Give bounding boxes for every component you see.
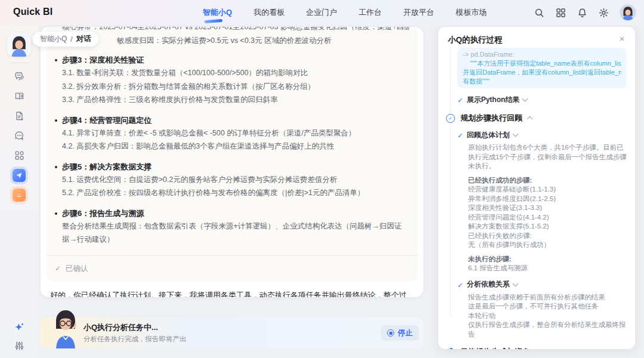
check-icon bbox=[457, 279, 463, 290]
bullet-icon bbox=[55, 166, 57, 168]
book-icon bbox=[14, 91, 24, 101]
code-line: """本方法用于获得指定table_name表所有column_list列的 bbox=[463, 59, 621, 68]
plan-summary: 原始执行计划包含6个大类，共16个子步骤。目前已执行完成15个子步骤，仅剩余最后… bbox=[468, 143, 627, 171]
step-title: 步骤6：报告生成与溯源 bbox=[55, 207, 409, 220]
nav-item-open-platform[interactable]: 开放平台 bbox=[403, 7, 434, 18]
code-line: -> pd.DataFrame: bbox=[463, 50, 621, 59]
nav-icon-group bbox=[534, 0, 636, 25]
overall-plan-detail: 原始执行计划包含6个大类，共16个子步骤。目前已执行完成15个子步骤，仅剩余最后… bbox=[468, 143, 627, 273]
check-circle-icon bbox=[446, 114, 455, 123]
quick-bi-app: Quick BI 智能小Q 我的看板 企业门户 工作台 开放平台 模板市场 bbox=[0, 0, 644, 358]
section-final-report[interactable]: 最终报告生成与润色 bbox=[446, 347, 627, 349]
execution-process-panel: 小Q的执行过程 -> pd.DataFrame: """本方法用于获得指定tab… bbox=[438, 27, 635, 349]
user-avatar[interactable] bbox=[620, 5, 636, 20]
python-result-toggle[interactable]: 展示Python结果 bbox=[457, 94, 627, 105]
plan-divider bbox=[47, 255, 417, 256]
panel-title: 小Q的执行过程 bbox=[438, 27, 635, 48]
stop-icon bbox=[387, 329, 394, 337]
assistant-message-card: 核心异常：2025-07-04至2025-07-07 vs 2025-07-01… bbox=[41, 27, 423, 297]
sidebar-item-chat[interactable] bbox=[9, 67, 29, 87]
assistant-followup-text: 好的，你已经确认了执行计划。接下来，我将调用各类工具，动态执行各项任务并输出最终… bbox=[41, 282, 423, 298]
sidebar-item-report[interactable] bbox=[9, 106, 29, 126]
plan-step: 步骤6：报告生成与溯源 整合分析结果生成周报：包含数据索引表（字段来源+计算逻辑… bbox=[55, 207, 409, 246]
step-item: 3.2. 拆分效率分析：拆分箱数与结算金额的相关系数计算（按厂区名称分组） bbox=[55, 80, 409, 94]
overall-plan-toggle[interactable]: 回顾总体计划 bbox=[457, 129, 627, 140]
dependency-toggle[interactable]: 分析依赖关系 bbox=[457, 279, 627, 290]
dependency-line: 这是最后一个步骤，不可并行执行其他任务 bbox=[468, 302, 627, 311]
breadcrumb-root[interactable]: 智能小Q bbox=[40, 34, 67, 44]
check-icon bbox=[457, 94, 463, 105]
stop-button[interactable]: 停止 bbox=[381, 325, 419, 341]
gear-icon[interactable] bbox=[599, 8, 609, 18]
task-status-banner: 小Q执行分析任务中... 分析任务执行完成，报告即将产出 停止 bbox=[41, 317, 423, 348]
assistant-avatar-tile[interactable] bbox=[7, 33, 31, 57]
pending-header: 未执行的步骤: bbox=[468, 255, 627, 264]
success-header: 已经执行成功的步骤: bbox=[468, 176, 627, 186]
spinner-icon bbox=[444, 345, 457, 349]
assistant-character-avatar bbox=[49, 305, 82, 348]
rail-bottom-group bbox=[14, 322, 24, 358]
plan-step: 步骤4：经营管理问题定位 4.1. 异常订单筛查：价差< -5 或影响总金额< … bbox=[55, 114, 409, 153]
nav-item-template-market[interactable]: 模板市场 bbox=[456, 7, 487, 18]
apps-launcher-icon[interactable] bbox=[556, 8, 566, 18]
nav-item-enterprise-portal[interactable]: 企业门户 bbox=[306, 7, 337, 18]
quickbi-logo: Quick BI bbox=[13, 7, 53, 17]
chevron-down-icon bbox=[512, 131, 518, 137]
pending-item: 6.1 报告生成与溯源 bbox=[468, 264, 627, 273]
step-item: 5.1. 运费优化空间：自提运费>0.2元的服务站客户分摊运费与实际分摊运费差值… bbox=[55, 173, 409, 187]
step-title: 步骤3：深度相关性验证 bbox=[55, 54, 409, 66]
dependency-detail: 报告生成步骤依赖于前面所有分析步骤的结果 这是最后一个步骤，不可并行执行其他任务… bbox=[468, 293, 627, 340]
chevron-down-icon bbox=[512, 280, 518, 286]
step-item: 4.2. 高损失客户归因：影响总金额最低的3个客户组在渠道选择与产品偏好上的共性 bbox=[55, 140, 409, 153]
dependency-line: 报告生成步骤依赖于前面所有分析步骤的结果 bbox=[468, 293, 627, 303]
top-nav: Quick BI 智能小Q 我的看板 企业门户 工作台 开放平台 模板市场 bbox=[0, 0, 644, 25]
step-item: 3.1. 数量-利润关联：发货数量分箱（<100/100-500/>500）的箱… bbox=[55, 66, 409, 80]
nav-item-smart-q[interactable]: 智能小Q bbox=[203, 7, 232, 18]
chat-bubble-icon bbox=[14, 72, 24, 82]
step-title: 步骤5：解决方案数据支撑 bbox=[55, 161, 409, 173]
breadcrumb[interactable]: 智能小Q / 对话 bbox=[33, 32, 98, 47]
confirmed-label: 已确认 bbox=[66, 264, 88, 274]
search-icon[interactable] bbox=[534, 8, 544, 18]
filter-sliders-icon[interactable] bbox=[14, 341, 24, 351]
smart-q-tile-icon bbox=[13, 169, 26, 182]
success-item: 异常利润多维度归因(2.1-2.5) bbox=[468, 195, 627, 204]
step-item: 4.1. 异常订单筛查：价差< -5 或影响总金额< -500 的订单特征分析（… bbox=[55, 126, 409, 140]
breadcrumb-current: 对话 bbox=[76, 34, 91, 44]
check-icon bbox=[457, 129, 463, 140]
bullet-icon bbox=[55, 119, 57, 122]
left-rail bbox=[0, 25, 38, 358]
failed-item: 无（所有步骤均执行成功） bbox=[468, 240, 627, 250]
step-item: 5.2. 产品定价校准：按四级名称统计执行价格与发布价格的偏离度（|价差|>1元… bbox=[55, 186, 409, 200]
dependency-line: 本轮行动 bbox=[468, 311, 627, 321]
spacer bbox=[468, 250, 627, 255]
active-underline bbox=[205, 19, 222, 24]
bell-icon[interactable] bbox=[577, 8, 587, 18]
success-item: 经营健康度基础诊断(1.1-1.3) bbox=[468, 185, 627, 195]
assistant-face-icon bbox=[13, 189, 26, 202]
spacer bbox=[468, 171, 627, 176]
chevron-down-icon bbox=[522, 96, 528, 102]
apps-grid-icon bbox=[14, 150, 24, 161]
sparkle-icon[interactable] bbox=[14, 322, 24, 332]
nav-item-workspace[interactable]: 工作台 bbox=[358, 7, 382, 18]
sidebar-item-apps[interactable] bbox=[9, 146, 29, 165]
close-icon[interactable] bbox=[617, 33, 627, 43]
bullet-icon bbox=[55, 212, 57, 215]
section-plan-review[interactable]: 规划步骤执行回顾 bbox=[446, 113, 627, 124]
success-item: 解决方案数据支撑(5.1-5.2) bbox=[468, 222, 627, 232]
plan-step: 步骤3：深度相关性验证 3.1. 数量-利润关联：发货数量分箱（<100/100… bbox=[55, 54, 409, 107]
nav-item-my-dashboards[interactable]: 我的看板 bbox=[253, 7, 284, 18]
sidebar-item-knowledge[interactable] bbox=[9, 87, 29, 106]
task-banner-title: 小Q执行分析任务中... bbox=[83, 322, 158, 333]
sidebar-item-assistant-orange[interactable] bbox=[9, 185, 29, 205]
bullet-icon bbox=[55, 59, 57, 61]
plan-step: 步骤5：解决方案数据支撑 5.1. 运费优化空间：自提运费>0.2元的服务站客户… bbox=[55, 161, 409, 200]
execution-plan-panel: 核心异常：2025-07-04至2025-07-07 vs 2025-07-01… bbox=[47, 27, 417, 282]
document-plus-icon bbox=[14, 111, 24, 121]
sidebar-item-chat-history[interactable] bbox=[9, 126, 29, 146]
sidebar-item-smart-q-agent[interactable] bbox=[9, 165, 29, 185]
python-code-block[interactable]: -> pd.DataFrame: """本方法用于获得指定table_name表… bbox=[457, 48, 627, 88]
failed-header: 已经执行失败的步骤: bbox=[468, 232, 627, 241]
code-line: 有数据""" bbox=[463, 77, 621, 86]
